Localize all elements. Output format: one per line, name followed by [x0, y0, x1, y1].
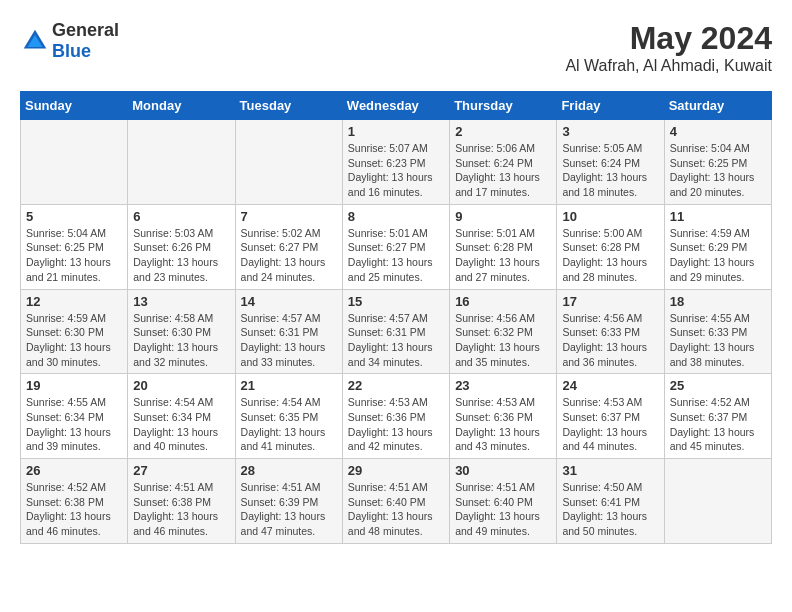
calendar-cell: 6Sunrise: 5:03 AM Sunset: 6:26 PM Daylig…: [128, 204, 235, 289]
page-subtitle: Al Wafrah, Al Ahmadi, Kuwait: [565, 57, 772, 75]
calendar-cell: 31Sunrise: 4:50 AM Sunset: 6:41 PM Dayli…: [557, 459, 664, 544]
day-number: 25: [670, 378, 766, 393]
day-info: Sunrise: 4:56 AM Sunset: 6:33 PM Dayligh…: [562, 311, 658, 370]
day-info: Sunrise: 4:54 AM Sunset: 6:35 PM Dayligh…: [241, 395, 337, 454]
day-number: 1: [348, 124, 444, 139]
day-info: Sunrise: 5:04 AM Sunset: 6:25 PM Dayligh…: [670, 141, 766, 200]
day-number: 27: [133, 463, 229, 478]
day-number: 20: [133, 378, 229, 393]
day-info: Sunrise: 5:01 AM Sunset: 6:27 PM Dayligh…: [348, 226, 444, 285]
day-info: Sunrise: 5:07 AM Sunset: 6:23 PM Dayligh…: [348, 141, 444, 200]
day-info: Sunrise: 4:54 AM Sunset: 6:34 PM Dayligh…: [133, 395, 229, 454]
day-info: Sunrise: 5:05 AM Sunset: 6:24 PM Dayligh…: [562, 141, 658, 200]
day-number: 3: [562, 124, 658, 139]
day-number: 13: [133, 294, 229, 309]
header-monday: Monday: [128, 92, 235, 120]
logo-icon: [20, 26, 50, 56]
calendar-cell: 14Sunrise: 4:57 AM Sunset: 6:31 PM Dayli…: [235, 289, 342, 374]
day-number: 8: [348, 209, 444, 224]
calendar-cell: [664, 459, 771, 544]
day-number: 18: [670, 294, 766, 309]
page-header: General Blue May 2024 Al Wafrah, Al Ahma…: [20, 20, 772, 75]
title-block: May 2024 Al Wafrah, Al Ahmadi, Kuwait: [565, 20, 772, 75]
day-number: 30: [455, 463, 551, 478]
calendar-table: SundayMondayTuesdayWednesdayThursdayFrid…: [20, 91, 772, 544]
day-info: Sunrise: 4:57 AM Sunset: 6:31 PM Dayligh…: [241, 311, 337, 370]
day-number: 7: [241, 209, 337, 224]
day-info: Sunrise: 5:00 AM Sunset: 6:28 PM Dayligh…: [562, 226, 658, 285]
calendar-cell: 21Sunrise: 4:54 AM Sunset: 6:35 PM Dayli…: [235, 374, 342, 459]
header-tuesday: Tuesday: [235, 92, 342, 120]
day-info: Sunrise: 4:51 AM Sunset: 6:39 PM Dayligh…: [241, 480, 337, 539]
day-number: 2: [455, 124, 551, 139]
calendar-cell: [128, 120, 235, 205]
calendar-cell: [21, 120, 128, 205]
header-sunday: Sunday: [21, 92, 128, 120]
calendar-cell: 17Sunrise: 4:56 AM Sunset: 6:33 PM Dayli…: [557, 289, 664, 374]
day-number: 19: [26, 378, 122, 393]
calendar-week-row: 19Sunrise: 4:55 AM Sunset: 6:34 PM Dayli…: [21, 374, 772, 459]
day-info: Sunrise: 5:06 AM Sunset: 6:24 PM Dayligh…: [455, 141, 551, 200]
header-thursday: Thursday: [450, 92, 557, 120]
calendar-cell: 16Sunrise: 4:56 AM Sunset: 6:32 PM Dayli…: [450, 289, 557, 374]
day-info: Sunrise: 4:51 AM Sunset: 6:40 PM Dayligh…: [348, 480, 444, 539]
calendar-cell: 18Sunrise: 4:55 AM Sunset: 6:33 PM Dayli…: [664, 289, 771, 374]
calendar-cell: 10Sunrise: 5:00 AM Sunset: 6:28 PM Dayli…: [557, 204, 664, 289]
calendar-cell: 1Sunrise: 5:07 AM Sunset: 6:23 PM Daylig…: [342, 120, 449, 205]
day-info: Sunrise: 4:53 AM Sunset: 6:37 PM Dayligh…: [562, 395, 658, 454]
day-info: Sunrise: 4:51 AM Sunset: 6:40 PM Dayligh…: [455, 480, 551, 539]
calendar-cell: 7Sunrise: 5:02 AM Sunset: 6:27 PM Daylig…: [235, 204, 342, 289]
calendar-cell: 9Sunrise: 5:01 AM Sunset: 6:28 PM Daylig…: [450, 204, 557, 289]
day-number: 17: [562, 294, 658, 309]
day-info: Sunrise: 4:53 AM Sunset: 6:36 PM Dayligh…: [455, 395, 551, 454]
day-number: 6: [133, 209, 229, 224]
calendar-cell: 13Sunrise: 4:58 AM Sunset: 6:30 PM Dayli…: [128, 289, 235, 374]
header-saturday: Saturday: [664, 92, 771, 120]
calendar-cell: 4Sunrise: 5:04 AM Sunset: 6:25 PM Daylig…: [664, 120, 771, 205]
header-wednesday: Wednesday: [342, 92, 449, 120]
day-info: Sunrise: 4:59 AM Sunset: 6:29 PM Dayligh…: [670, 226, 766, 285]
day-number: 23: [455, 378, 551, 393]
calendar-week-row: 12Sunrise: 4:59 AM Sunset: 6:30 PM Dayli…: [21, 289, 772, 374]
day-number: 12: [26, 294, 122, 309]
calendar-week-row: 5Sunrise: 5:04 AM Sunset: 6:25 PM Daylig…: [21, 204, 772, 289]
day-info: Sunrise: 5:04 AM Sunset: 6:25 PM Dayligh…: [26, 226, 122, 285]
day-number: 15: [348, 294, 444, 309]
calendar-cell: 22Sunrise: 4:53 AM Sunset: 6:36 PM Dayli…: [342, 374, 449, 459]
day-number: 31: [562, 463, 658, 478]
calendar-week-row: 26Sunrise: 4:52 AM Sunset: 6:38 PM Dayli…: [21, 459, 772, 544]
calendar-cell: 12Sunrise: 4:59 AM Sunset: 6:30 PM Dayli…: [21, 289, 128, 374]
day-number: 29: [348, 463, 444, 478]
header-friday: Friday: [557, 92, 664, 120]
calendar-cell: 3Sunrise: 5:05 AM Sunset: 6:24 PM Daylig…: [557, 120, 664, 205]
day-number: 11: [670, 209, 766, 224]
calendar-cell: 2Sunrise: 5:06 AM Sunset: 6:24 PM Daylig…: [450, 120, 557, 205]
calendar-cell: 11Sunrise: 4:59 AM Sunset: 6:29 PM Dayli…: [664, 204, 771, 289]
calendar-cell: 5Sunrise: 5:04 AM Sunset: 6:25 PM Daylig…: [21, 204, 128, 289]
day-number: 22: [348, 378, 444, 393]
day-info: Sunrise: 4:59 AM Sunset: 6:30 PM Dayligh…: [26, 311, 122, 370]
day-number: 28: [241, 463, 337, 478]
calendar-cell: 26Sunrise: 4:52 AM Sunset: 6:38 PM Dayli…: [21, 459, 128, 544]
logo-blue-text: Blue: [52, 41, 91, 61]
day-info: Sunrise: 4:58 AM Sunset: 6:30 PM Dayligh…: [133, 311, 229, 370]
day-number: 14: [241, 294, 337, 309]
calendar-cell: 29Sunrise: 4:51 AM Sunset: 6:40 PM Dayli…: [342, 459, 449, 544]
day-info: Sunrise: 4:51 AM Sunset: 6:38 PM Dayligh…: [133, 480, 229, 539]
logo-general-text: General: [52, 20, 119, 40]
calendar-cell: 28Sunrise: 4:51 AM Sunset: 6:39 PM Dayli…: [235, 459, 342, 544]
day-info: Sunrise: 5:02 AM Sunset: 6:27 PM Dayligh…: [241, 226, 337, 285]
calendar-cell: 25Sunrise: 4:52 AM Sunset: 6:37 PM Dayli…: [664, 374, 771, 459]
calendar-cell: 27Sunrise: 4:51 AM Sunset: 6:38 PM Dayli…: [128, 459, 235, 544]
day-info: Sunrise: 4:50 AM Sunset: 6:41 PM Dayligh…: [562, 480, 658, 539]
day-info: Sunrise: 5:03 AM Sunset: 6:26 PM Dayligh…: [133, 226, 229, 285]
day-number: 9: [455, 209, 551, 224]
day-number: 4: [670, 124, 766, 139]
day-info: Sunrise: 4:55 AM Sunset: 6:34 PM Dayligh…: [26, 395, 122, 454]
day-number: 26: [26, 463, 122, 478]
day-number: 16: [455, 294, 551, 309]
day-info: Sunrise: 4:56 AM Sunset: 6:32 PM Dayligh…: [455, 311, 551, 370]
calendar-cell: 24Sunrise: 4:53 AM Sunset: 6:37 PM Dayli…: [557, 374, 664, 459]
calendar-week-row: 1Sunrise: 5:07 AM Sunset: 6:23 PM Daylig…: [21, 120, 772, 205]
day-info: Sunrise: 4:52 AM Sunset: 6:37 PM Dayligh…: [670, 395, 766, 454]
